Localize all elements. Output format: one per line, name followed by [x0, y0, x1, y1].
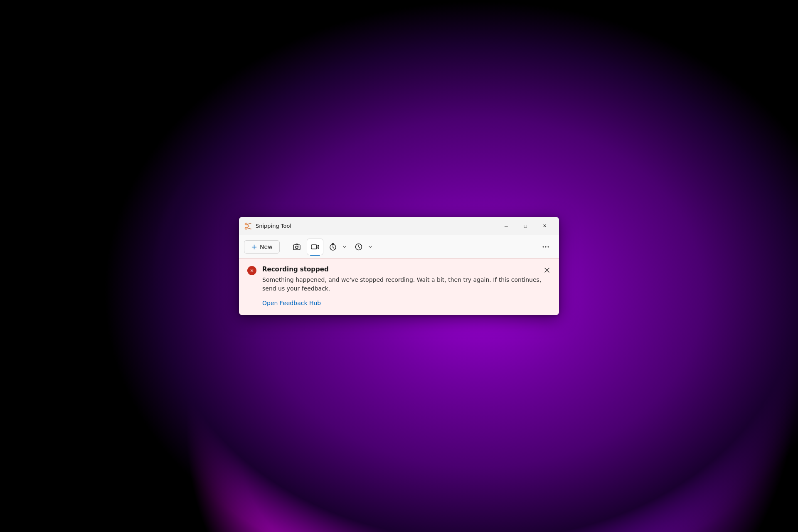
maximize-button[interactable]: □ — [516, 219, 535, 233]
toolbar-divider-1 — [284, 241, 284, 253]
error-title: Recording stopped — [262, 266, 551, 273]
window-controls: ─ □ ✕ — [497, 219, 554, 233]
snipping-tool-window: Snipping Tool ─ □ ✕ + New — [239, 217, 559, 315]
svg-line-7 — [247, 228, 251, 229]
banner-close-icon — [544, 267, 550, 273]
error-icon — [247, 266, 256, 275]
svg-line-5 — [247, 226, 249, 228]
title-bar: Snipping Tool ─ □ ✕ — [239, 217, 559, 235]
error-text-block: Recording stopped Something happened, an… — [262, 266, 551, 307]
error-banner: Recording stopped Something happened, an… — [239, 259, 559, 315]
new-plus-icon: + — [251, 243, 257, 251]
recent-chevron-icon — [366, 239, 374, 255]
title-bar-left: Snipping Tool — [244, 222, 497, 230]
timer-chevron-icon — [340, 239, 349, 255]
svg-point-15 — [545, 246, 547, 247]
screenshot-mode-button[interactable] — [288, 239, 305, 255]
new-button[interactable]: + New — [244, 240, 280, 254]
more-options-button[interactable] — [537, 239, 554, 255]
clock-icon — [355, 243, 363, 251]
new-button-label: New — [260, 244, 273, 250]
close-button[interactable]: ✕ — [535, 219, 554, 233]
error-content: Recording stopped Something happened, an… — [247, 266, 551, 307]
svg-point-10 — [298, 246, 299, 246]
camera-icon — [293, 243, 301, 251]
video-camera-icon — [310, 243, 320, 251]
recent-button-group[interactable] — [351, 238, 375, 256]
minimize-button[interactable]: ─ — [497, 219, 516, 233]
svg-point-14 — [543, 246, 544, 247]
timer-icon — [329, 243, 337, 251]
svg-point-9 — [296, 246, 298, 249]
more-icon — [542, 243, 550, 251]
recent-icon-container — [351, 239, 366, 255]
svg-point-16 — [548, 246, 549, 247]
toolbar: + New — [239, 235, 559, 259]
window-title: Snipping Tool — [256, 223, 291, 229]
feedback-hub-link[interactable]: Open Feedback Hub — [262, 300, 321, 306]
timer-button-group[interactable] — [325, 238, 349, 256]
app-icon — [244, 222, 252, 230]
svg-line-4 — [247, 224, 249, 226]
banner-close-button[interactable] — [541, 264, 553, 276]
svg-rect-8 — [293, 245, 300, 250]
svg-line-6 — [247, 223, 251, 224]
svg-rect-11 — [311, 245, 317, 249]
error-message: Something happened, and we've stopped re… — [262, 276, 551, 293]
timer-icon-container — [325, 239, 340, 255]
video-mode-button[interactable] — [307, 239, 323, 255]
